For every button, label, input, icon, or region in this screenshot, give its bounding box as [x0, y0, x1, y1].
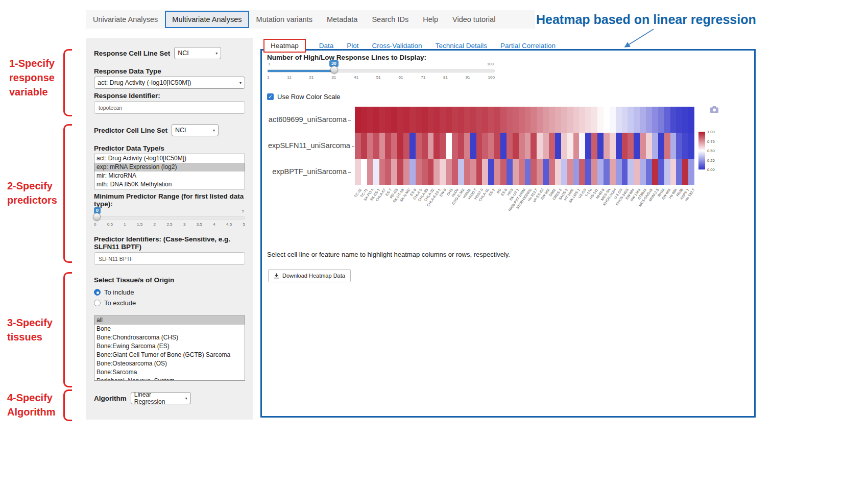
heatmap-cell — [385, 133, 391, 159]
heatmap-cell — [567, 107, 573, 133]
tab-plot[interactable]: Plot — [347, 42, 358, 50]
tab-heatmap[interactable]: Heatmap — [263, 39, 306, 53]
heatmap-cell — [446, 159, 452, 185]
radio-to-include[interactable] — [94, 289, 101, 296]
heatmap-row-label[interactable]: act609699_uniSarcoma — [268, 107, 353, 133]
radio-to-exclude[interactable] — [94, 300, 101, 306]
tissue-option[interactable]: Bone — [94, 325, 245, 333]
slider-tick-label: 51 — [376, 75, 381, 80]
response-identifier-input[interactable] — [94, 101, 245, 114]
heatmap-cell — [470, 133, 476, 159]
heatmap-cell — [397, 159, 403, 185]
colorbar-gradient — [698, 132, 705, 169]
heatmap-cell — [367, 133, 373, 159]
slider-max-label: 100 — [487, 62, 494, 66]
slider-tick-label: 3.5 — [197, 222, 202, 227]
tab-cross-validation[interactable]: Cross-Validation — [372, 42, 422, 50]
slider-tick-label: 3 — [183, 222, 185, 227]
heatmap-cell — [561, 159, 567, 185]
heatmap-cell — [549, 107, 555, 133]
heatmap-cell — [604, 107, 610, 133]
download-heatmap-data-button[interactable]: Download Heatmap Data — [268, 269, 351, 282]
tab-partial-correlation[interactable]: Partial Correlation — [500, 42, 556, 50]
predictor-data-type-option[interactable]: act: Drug Activity (-log10[IC50M]) — [94, 154, 245, 163]
algorithm-select[interactable]: Linear Regression ▾ — [131, 392, 191, 404]
heatmap-cell — [361, 107, 367, 133]
heatmap-cell — [628, 159, 634, 185]
predictor-cell-line-set-label: Predictor Cell Line Set — [94, 127, 167, 134]
colorbar-tick: 0.75 — [707, 139, 715, 144]
heatmap-cell — [355, 159, 361, 185]
heatmap-cell — [537, 133, 543, 159]
heatmap-cell — [555, 133, 561, 159]
heatmap-cell — [652, 133, 658, 159]
heatmap-cell — [676, 159, 682, 185]
camera-icon[interactable] — [710, 106, 718, 115]
heatmap-cell — [622, 133, 628, 159]
slider-max-label: 5 — [242, 209, 244, 213]
heatmap: act609699_uniSarcomaexpSLFN11_uniSarcoma… — [268, 104, 753, 247]
nav-item-mutation-variants[interactable]: Mutation variants — [249, 11, 320, 28]
nav-item-metadata[interactable]: Metadata — [320, 11, 365, 28]
heatmap-cell — [555, 159, 561, 185]
slider-track[interactable] — [267, 69, 495, 72]
heatmap-cell — [652, 107, 658, 133]
heatmap-cell — [409, 107, 416, 133]
heatmap-cell — [525, 159, 531, 185]
tissue-option[interactable]: Bone:Osteosarcoma (OS) — [94, 359, 245, 368]
heatmap-cell — [440, 133, 446, 159]
response-data-type-select[interactable]: act: Drug Activity (-log10[IC50M]) ▾ — [94, 77, 245, 89]
predictor-data-type-option[interactable]: exp: mRNA Expression (log2) — [94, 163, 245, 172]
slider-handle[interactable] — [330, 66, 338, 74]
nav-item-search-ids[interactable]: Search IDs — [365, 11, 416, 28]
predictor-cell-line-set-select[interactable]: NCI ▾ — [172, 124, 219, 136]
slider-fill — [268, 70, 334, 72]
heatmap-cell — [513, 159, 519, 185]
heatmap-cell — [500, 133, 507, 159]
heatmap-row-label[interactable]: expSLFN11_uniSarcoma — [268, 133, 353, 159]
response-cell-line-set-select[interactable]: NCI ▾ — [174, 47, 221, 59]
tab-technical-details[interactable]: Technical Details — [436, 42, 487, 50]
predictor-data-type-option[interactable]: mth: DNA 850K Methylation — [94, 180, 245, 189]
heatmap-cell — [446, 107, 452, 133]
slider-handle[interactable] — [93, 213, 101, 221]
nav-item-multivariate-analyses[interactable]: Multivariate Analyses — [165, 11, 249, 28]
nav-item-help[interactable]: Help — [416, 11, 445, 28]
select-value: act: Drug Activity (-log10[IC50M]) — [98, 79, 191, 86]
predictor-identifiers-input[interactable] — [94, 252, 245, 265]
annotation-bracket-4 — [63, 389, 72, 421]
heatmap-cell — [482, 107, 488, 133]
slider-tick-label: 81 — [443, 75, 448, 80]
annotation-bracket-3 — [63, 272, 72, 387]
tab-data[interactable]: Data — [319, 42, 334, 50]
heatmap-cell — [616, 107, 622, 133]
heatmap-cell — [507, 159, 513, 185]
predictor-data-type-option[interactable]: mir: MicroRNA — [94, 172, 245, 180]
heatmap-cell — [494, 159, 500, 185]
heatmap-cell — [507, 133, 513, 159]
heatmap-title: Heatmap based on linear regression — [536, 12, 756, 27]
tissue-option[interactable]: Bone:Sarcoma — [94, 368, 245, 377]
lines-slider: 1 100 30 1112131415161718191100 — [267, 62, 495, 84]
heatmap-cell — [634, 159, 640, 185]
heatmap-cell — [428, 133, 434, 159]
heatmap-cell — [543, 107, 549, 133]
tissue-option[interactable]: Peripheral_Nervous_System — [94, 377, 245, 381]
tissue-option[interactable]: Bone:Chondrosarcoma (CHS) — [94, 333, 245, 342]
heatmap-cell — [422, 159, 428, 185]
heatmap-cell — [433, 133, 440, 159]
heatmap-cell — [403, 107, 409, 133]
row-color-scale-checkbox[interactable]: ✓ — [267, 93, 274, 100]
nav-item-video-tutorial[interactable]: Video tutorial — [445, 11, 502, 28]
heatmap-cell — [476, 159, 483, 185]
nav-item-univariate-analyses[interactable]: Univariate Analyses — [86, 11, 165, 28]
heatmap-cell — [458, 107, 464, 133]
heatmap-row-label[interactable]: expBPTF_uniSarcoma — [268, 159, 353, 185]
tissue-option[interactable]: all — [94, 316, 245, 325]
tissue-option[interactable]: Bone:Giant Cell Tumor of Bone (GCTB) Sar… — [94, 351, 245, 359]
slider-track[interactable] — [94, 216, 245, 219]
response-identifier-label: Response Identifier: — [94, 92, 245, 100]
heatmap-cell — [597, 159, 604, 185]
tissue-option[interactable]: Bone:Ewing Sarcoma (ES) — [94, 342, 245, 351]
heatmap-cell — [525, 107, 531, 133]
